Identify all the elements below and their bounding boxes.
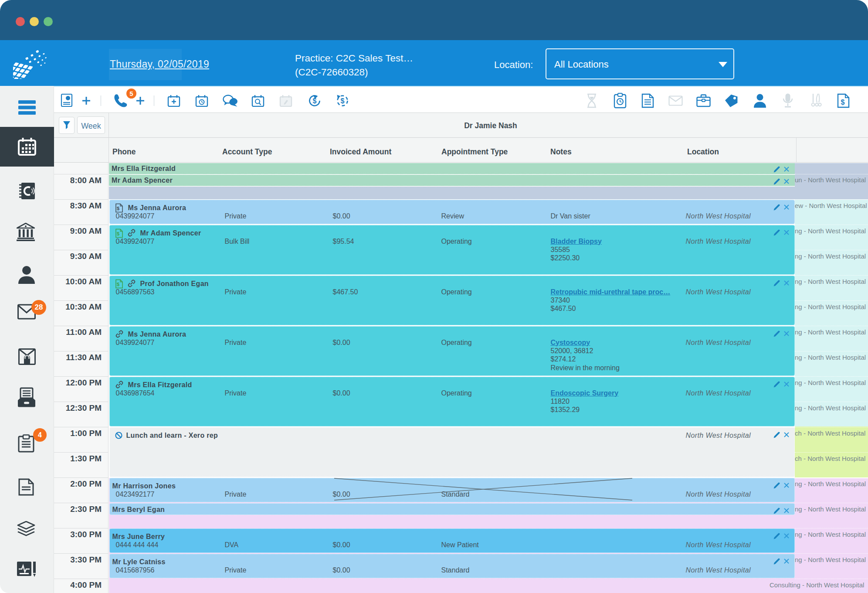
svg-text:$: $ [841,99,845,106]
svg-text:$: $ [116,206,119,211]
svg-text:$: $ [116,282,119,287]
svg-text:$: $ [116,231,119,236]
